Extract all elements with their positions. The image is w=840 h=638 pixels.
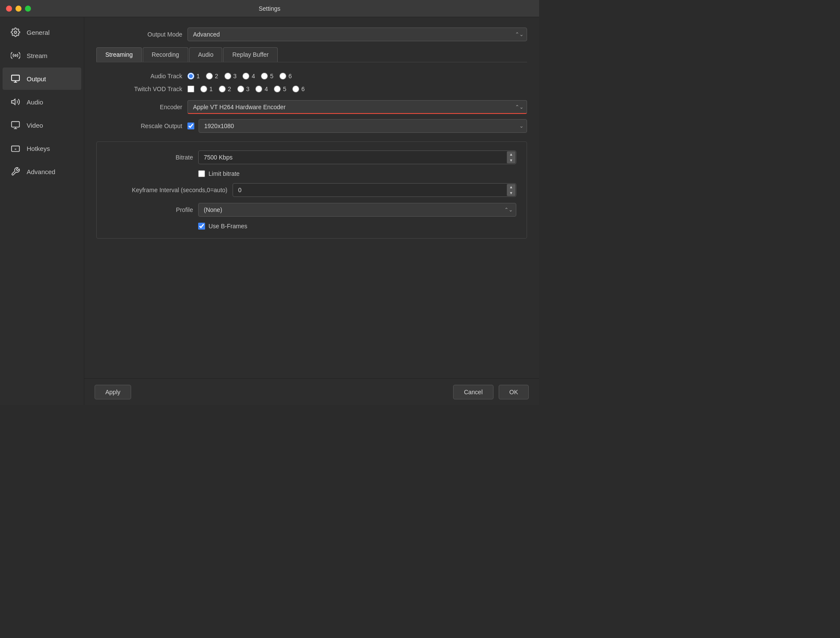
limit-bitrate-checkbox[interactable] [198, 170, 205, 177]
keyframe-input[interactable] [233, 183, 516, 197]
audio-track-3[interactable]: 3 [224, 73, 237, 80]
sidebar-label-audio: Audio [27, 98, 43, 106]
keyframe-input-wrapper: ▲ ▼ [233, 183, 516, 197]
ok-button[interactable]: OK [499, 385, 529, 399]
bitrate-spinner: ▲ ▼ [507, 151, 515, 163]
tab-recording[interactable]: Recording [143, 47, 188, 62]
sidebar-item-advanced[interactable]: Advanced [3, 160, 81, 183]
bframes-checkbox-item[interactable]: Use B-Frames [198, 223, 247, 230]
twitch-vod-row: Twitch VOD Track 1 2 3 4 [96, 86, 527, 92]
keyframe-spinner: ▲ ▼ [507, 184, 515, 196]
maximize-button[interactable] [25, 6, 31, 12]
sidebar-item-video[interactable]: Video [3, 114, 81, 136]
sidebar-label-advanced: Advanced [27, 168, 55, 175]
tab-audio[interactable]: Audio [189, 47, 223, 62]
content-area: Output Mode Advanced Simple ⌃⌄ Streaming… [84, 17, 539, 405]
vod-track-3[interactable]: 3 [237, 86, 250, 92]
ok-cancel-group: Cancel OK [453, 385, 529, 399]
bitrate-down-button[interactable]: ▼ [507, 157, 515, 163]
encoder-row: Encoder Apple VT H264 Hardware Encoder ⌃… [96, 100, 527, 114]
bframes-row: Use B-Frames [107, 223, 516, 230]
audio-track-row: Audio Track 1 2 3 4 5 [96, 73, 527, 80]
svg-point-0 [14, 31, 17, 34]
rescale-select-wrapper: 1920x1080 ⌄ [199, 119, 527, 133]
vod-track-6[interactable]: 6 [292, 86, 305, 92]
audio-icon [10, 97, 21, 107]
profile-label: Profile [107, 206, 193, 213]
keyboard-icon [10, 143, 21, 153]
limit-bitrate-label: Limit bitrate [208, 170, 239, 177]
audio-track-label: Audio Track [96, 73, 182, 80]
audio-track-2[interactable]: 2 [206, 73, 218, 80]
sidebar-item-hotkeys[interactable]: Hotkeys [3, 137, 81, 160]
svg-rect-2 [12, 75, 19, 81]
limit-bitrate-checkbox-item[interactable]: Limit bitrate [198, 170, 239, 177]
bframes-checkbox[interactable] [198, 223, 205, 230]
svg-marker-5 [12, 99, 15, 105]
sidebar-label-general: General [27, 29, 49, 36]
video-icon [10, 120, 21, 130]
twitch-vod-checkbox[interactable] [187, 86, 194, 92]
cancel-button[interactable]: Cancel [453, 385, 494, 399]
gear-icon [10, 27, 21, 37]
sidebar-label-hotkeys: Hotkeys [27, 145, 50, 152]
bitrate-input-wrapper: ▲ ▼ [198, 150, 516, 164]
sidebar-item-output[interactable]: Output [3, 67, 81, 90]
sidebar-label-video: Video [27, 122, 43, 129]
tab-streaming[interactable]: Streaming [96, 47, 142, 62]
titlebar: Settings [0, 0, 539, 17]
monitor-icon [10, 74, 21, 84]
bitrate-up-button[interactable]: ▲ [507, 151, 515, 157]
bitrate-row: Bitrate ▲ ▼ [107, 150, 516, 164]
encoder-select[interactable]: Apple VT H264 Hardware Encoder [187, 100, 527, 114]
window-title: Settings [259, 5, 281, 12]
sidebar-item-general[interactable]: General [3, 21, 81, 43]
minimize-button[interactable] [15, 6, 21, 12]
apply-button[interactable]: Apply [95, 385, 131, 399]
vod-track-2[interactable]: 2 [219, 86, 231, 92]
bitrate-label: Bitrate [107, 154, 193, 161]
audio-track-1[interactable]: 1 [187, 73, 200, 80]
twitch-vod-group: 1 2 3 4 5 6 [187, 86, 305, 92]
output-mode-select-wrapper: Advanced Simple ⌃⌄ [187, 28, 527, 41]
rescale-checkbox[interactable] [187, 123, 194, 129]
audio-track-5[interactable]: 5 [261, 73, 273, 80]
profile-row: Profile (None) ⌃⌄ [107, 203, 516, 217]
profile-select[interactable]: (None) [198, 203, 516, 217]
encoder-settings-box: Bitrate ▲ ▼ Limit bitrate [96, 141, 527, 239]
tab-replay-buffer[interactable]: Replay Buffer [223, 47, 278, 62]
output-mode-select[interactable]: Advanced Simple [187, 28, 527, 41]
vod-track-1[interactable]: 1 [200, 86, 213, 92]
main-layout: General Stream [0, 17, 539, 405]
keyframe-down-button[interactable]: ▼ [507, 190, 515, 196]
limit-bitrate-row: Limit bitrate [107, 170, 516, 177]
rescale-output-row: Rescale Output 1920x1080 ⌄ [96, 119, 527, 133]
close-button[interactable] [6, 6, 12, 12]
profile-select-wrapper: (None) ⌃⌄ [198, 203, 516, 217]
svg-rect-6 [12, 122, 19, 127]
audio-track-radios: 1 2 3 4 5 6 [187, 73, 292, 80]
bitrate-input[interactable] [198, 150, 516, 164]
vod-track-5[interactable]: 5 [274, 86, 286, 92]
svg-point-1 [15, 55, 16, 56]
wrench-icon [10, 166, 21, 177]
keyframe-up-button[interactable]: ▲ [507, 184, 515, 190]
window-controls[interactable] [6, 6, 31, 12]
keyframe-label: Keyframe Interval (seconds,0=auto) [107, 187, 227, 193]
bottom-bar: Apply Cancel OK [84, 378, 539, 405]
sidebar-item-stream[interactable]: Stream [3, 44, 81, 67]
audio-track-6[interactable]: 6 [279, 73, 292, 80]
rescale-label: Rescale Output [96, 123, 182, 129]
sidebar: General Stream [0, 17, 84, 405]
audio-track-4[interactable]: 4 [242, 73, 255, 80]
rescale-group: 1920x1080 ⌄ [187, 119, 527, 133]
keyframe-row: Keyframe Interval (seconds,0=auto) ▲ ▼ [107, 183, 516, 197]
sidebar-label-stream: Stream [27, 52, 47, 59]
content-inner: Output Mode Advanced Simple ⌃⌄ Streaming… [84, 17, 539, 378]
vod-track-4[interactable]: 4 [255, 86, 268, 92]
rescale-select[interactable]: 1920x1080 [199, 119, 527, 133]
twitch-vod-label: Twitch VOD Track [96, 86, 182, 92]
sidebar-item-audio[interactable]: Audio [3, 91, 81, 113]
bframes-label: Use B-Frames [208, 223, 247, 230]
output-mode-label: Output Mode [96, 31, 182, 38]
